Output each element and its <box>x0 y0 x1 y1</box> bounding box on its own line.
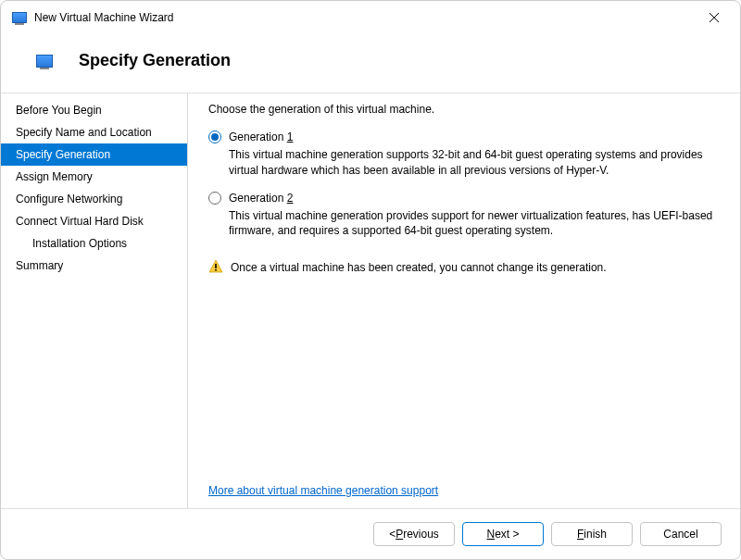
svg-rect-2 <box>215 264 217 268</box>
warning-icon <box>208 259 223 274</box>
window-title: New Virtual Machine Wizard <box>34 11 699 24</box>
sidebar-item-specify-generation[interactable]: Specify Generation <box>1 143 187 166</box>
svg-rect-3 <box>215 269 217 271</box>
warning-notice: Once a virtual machine has been created,… <box>208 259 720 276</box>
sidebar-item-installation-options[interactable]: Installation Options <box>1 232 187 255</box>
radio-gen1-label: Generation 1 <box>229 131 293 143</box>
sidebar-item-connect-vhd[interactable]: Connect Virtual Hard Disk <box>1 210 187 232</box>
footer-buttons: < Previous Next > Finish Cancel <box>1 508 740 559</box>
next-button[interactable]: Next > <box>462 522 544 546</box>
sidebar-item-summary[interactable]: Summary <box>1 255 187 277</box>
wizard-window: New Virtual Machine Wizard Specify Gener… <box>0 0 741 560</box>
more-about-link[interactable]: More about virtual machine generation su… <box>208 484 438 497</box>
previous-button[interactable]: < Previous <box>373 522 455 546</box>
sidebar-item-before-you-begin[interactable]: Before You Begin <box>1 99 187 121</box>
sidebar-item-configure-networking[interactable]: Configure Networking <box>1 188 187 210</box>
close-icon <box>710 13 719 22</box>
radio-gen1-input[interactable] <box>208 131 221 143</box>
radio-gen2-label: Generation 2 <box>229 192 293 205</box>
radio-option-gen2[interactable]: Generation 2 This virtual machine genera… <box>208 192 720 240</box>
radio-gen1-description: This virtual machine generation supports… <box>229 147 720 179</box>
warning-text: Once a virtual machine has been created,… <box>231 259 607 276</box>
content-pane: Choose the generation of this virtual ma… <box>188 93 740 508</box>
radio-gen2-input[interactable] <box>208 192 221 205</box>
close-button[interactable] <box>699 6 729 29</box>
sidebar-item-specify-name-location[interactable]: Specify Name and Location <box>1 121 187 143</box>
titlebar: New Virtual Machine Wizard <box>1 1 740 34</box>
radio-option-gen1[interactable]: Generation 1 This virtual machine genera… <box>208 131 720 179</box>
header-banner: Specify Generation <box>1 34 740 93</box>
vm-icon <box>36 55 53 68</box>
instruction-text: Choose the generation of this virtual ma… <box>208 103 720 116</box>
wizard-steps-sidebar: Before You Begin Specify Name and Locati… <box>1 93 188 508</box>
sidebar-item-assign-memory[interactable]: Assign Memory <box>1 166 187 188</box>
page-title: Specify Generation <box>79 51 231 70</box>
radio-gen2-description: This virtual machine generation provides… <box>229 208 720 240</box>
finish-button[interactable]: Finish <box>551 522 633 546</box>
body: Before You Begin Specify Name and Locati… <box>1 93 740 508</box>
cancel-button[interactable]: Cancel <box>640 522 722 546</box>
app-icon <box>12 12 27 23</box>
